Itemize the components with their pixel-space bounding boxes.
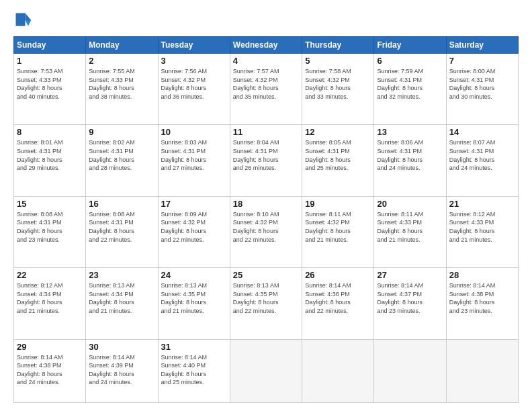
calendar-cell: 18Sunrise: 8:10 AM Sunset: 4:32 PM Dayli… xyxy=(230,196,302,267)
day-info: Sunrise: 8:02 AM Sunset: 4:31 PM Dayligh… xyxy=(89,138,154,172)
calendar-cell: 8Sunrise: 8:01 AM Sunset: 4:31 PM Daylig… xyxy=(14,125,86,196)
day-info: Sunrise: 8:13 AM Sunset: 4:34 PM Dayligh… xyxy=(89,281,154,315)
day-number: 11 xyxy=(233,127,299,137)
svg-marker-0 xyxy=(26,13,32,21)
calendar-cell: 7Sunrise: 8:00 AM Sunset: 4:31 PM Daylig… xyxy=(446,54,518,125)
calendar-cell: 21Sunrise: 8:12 AM Sunset: 4:33 PM Dayli… xyxy=(446,196,518,267)
day-info: Sunrise: 8:12 AM Sunset: 4:34 PM Dayligh… xyxy=(17,281,83,315)
logo xyxy=(13,11,35,30)
calendar-cell: 23Sunrise: 8:13 AM Sunset: 4:34 PM Dayli… xyxy=(86,268,158,339)
day-number: 14 xyxy=(449,127,515,137)
header xyxy=(13,11,519,30)
day-number: 31 xyxy=(161,342,227,352)
calendar-cell: 24Sunrise: 8:13 AM Sunset: 4:35 PM Dayli… xyxy=(158,268,230,339)
day-info: Sunrise: 8:08 AM Sunset: 4:31 PM Dayligh… xyxy=(89,210,154,244)
calendar-cell: 14Sunrise: 8:07 AM Sunset: 4:31 PM Dayli… xyxy=(446,125,518,196)
col-tuesday: Tuesday xyxy=(158,37,230,54)
day-info: Sunrise: 8:03 AM Sunset: 4:31 PM Dayligh… xyxy=(161,138,227,172)
calendar-cell: 12Sunrise: 8:05 AM Sunset: 4:31 PM Dayli… xyxy=(302,125,374,196)
day-number: 19 xyxy=(305,199,371,209)
day-info: Sunrise: 8:06 AM Sunset: 4:31 PM Dayligh… xyxy=(377,138,443,172)
col-saturday: Saturday xyxy=(446,37,518,54)
day-number: 24 xyxy=(161,270,227,280)
day-info: Sunrise: 8:14 AM Sunset: 4:37 PM Dayligh… xyxy=(377,281,443,315)
day-number: 15 xyxy=(17,199,83,209)
calendar-cell: 2Sunrise: 7:55 AM Sunset: 4:33 PM Daylig… xyxy=(86,54,158,125)
calendar-cell xyxy=(446,339,518,402)
calendar-week-row: 15Sunrise: 8:08 AM Sunset: 4:31 PM Dayli… xyxy=(14,196,519,267)
day-info: Sunrise: 8:13 AM Sunset: 4:35 PM Dayligh… xyxy=(233,281,299,315)
calendar-cell: 11Sunrise: 8:04 AM Sunset: 4:31 PM Dayli… xyxy=(230,125,302,196)
day-info: Sunrise: 8:05 AM Sunset: 4:31 PM Dayligh… xyxy=(305,138,371,172)
col-wednesday: Wednesday xyxy=(230,37,302,54)
day-number: 5 xyxy=(305,56,371,66)
day-number: 29 xyxy=(17,342,83,352)
day-info: Sunrise: 8:13 AM Sunset: 4:35 PM Dayligh… xyxy=(161,281,227,315)
day-info: Sunrise: 8:11 AM Sunset: 4:33 PM Dayligh… xyxy=(377,210,443,244)
day-info: Sunrise: 7:56 AM Sunset: 4:32 PM Dayligh… xyxy=(161,67,227,101)
day-number: 8 xyxy=(17,127,83,137)
col-thursday: Thursday xyxy=(302,37,374,54)
day-info: Sunrise: 8:14 AM Sunset: 4:40 PM Dayligh… xyxy=(161,353,227,387)
day-number: 25 xyxy=(233,270,299,280)
day-number: 27 xyxy=(377,270,443,280)
calendar-week-row: 22Sunrise: 8:12 AM Sunset: 4:34 PM Dayli… xyxy=(14,268,519,339)
calendar-header-row: Sunday Monday Tuesday Wednesday Thursday… xyxy=(14,37,519,54)
day-number: 26 xyxy=(305,270,371,280)
day-info: Sunrise: 7:55 AM Sunset: 4:33 PM Dayligh… xyxy=(89,67,154,101)
day-info: Sunrise: 8:14 AM Sunset: 4:39 PM Dayligh… xyxy=(89,353,154,387)
calendar-cell: 31Sunrise: 8:14 AM Sunset: 4:40 PM Dayli… xyxy=(158,339,230,402)
day-number: 13 xyxy=(377,127,443,137)
day-info: Sunrise: 8:09 AM Sunset: 4:32 PM Dayligh… xyxy=(161,210,227,244)
calendar-cell: 13Sunrise: 8:06 AM Sunset: 4:31 PM Dayli… xyxy=(374,125,446,196)
day-number: 30 xyxy=(89,342,154,352)
day-number: 7 xyxy=(449,56,515,66)
calendar-cell: 29Sunrise: 8:14 AM Sunset: 4:38 PM Dayli… xyxy=(14,339,86,402)
day-info: Sunrise: 8:11 AM Sunset: 4:32 PM Dayligh… xyxy=(305,210,371,244)
calendar-cell xyxy=(302,339,374,402)
svg-rect-2 xyxy=(16,13,26,26)
day-info: Sunrise: 8:07 AM Sunset: 4:31 PM Dayligh… xyxy=(449,138,515,172)
day-info: Sunrise: 8:10 AM Sunset: 4:32 PM Dayligh… xyxy=(233,210,299,244)
day-number: 3 xyxy=(161,56,227,66)
calendar-table: Sunday Monday Tuesday Wednesday Thursday… xyxy=(13,36,519,403)
day-info: Sunrise: 8:14 AM Sunset: 4:38 PM Dayligh… xyxy=(449,281,515,315)
day-number: 6 xyxy=(377,56,443,66)
calendar-week-row: 29Sunrise: 8:14 AM Sunset: 4:38 PM Dayli… xyxy=(14,339,519,402)
calendar-cell: 3Sunrise: 7:56 AM Sunset: 4:32 PM Daylig… xyxy=(158,54,230,125)
day-number: 12 xyxy=(305,127,371,137)
day-info: Sunrise: 8:14 AM Sunset: 4:36 PM Dayligh… xyxy=(305,281,371,315)
calendar-cell: 16Sunrise: 8:08 AM Sunset: 4:31 PM Dayli… xyxy=(86,196,158,267)
calendar-cell: 25Sunrise: 8:13 AM Sunset: 4:35 PM Dayli… xyxy=(230,268,302,339)
calendar-cell: 10Sunrise: 8:03 AM Sunset: 4:31 PM Dayli… xyxy=(158,125,230,196)
calendar-cell: 9Sunrise: 8:02 AM Sunset: 4:31 PM Daylig… xyxy=(86,125,158,196)
day-number: 28 xyxy=(449,270,515,280)
col-sunday: Sunday xyxy=(14,37,86,54)
day-info: Sunrise: 8:12 AM Sunset: 4:33 PM Dayligh… xyxy=(449,210,515,244)
col-friday: Friday xyxy=(374,37,446,54)
day-number: 4 xyxy=(233,56,299,66)
calendar-cell: 15Sunrise: 8:08 AM Sunset: 4:31 PM Dayli… xyxy=(14,196,86,267)
day-number: 18 xyxy=(233,199,299,209)
calendar-cell: 20Sunrise: 8:11 AM Sunset: 4:33 PM Dayli… xyxy=(374,196,446,267)
calendar-cell: 17Sunrise: 8:09 AM Sunset: 4:32 PM Dayli… xyxy=(158,196,230,267)
day-number: 9 xyxy=(89,127,154,137)
day-info: Sunrise: 8:08 AM Sunset: 4:31 PM Dayligh… xyxy=(17,210,83,244)
day-number: 21 xyxy=(449,199,515,209)
day-info: Sunrise: 8:00 AM Sunset: 4:31 PM Dayligh… xyxy=(449,67,515,101)
day-info: Sunrise: 7:53 AM Sunset: 4:33 PM Dayligh… xyxy=(17,67,83,101)
day-number: 20 xyxy=(377,199,443,209)
calendar-cell: 19Sunrise: 8:11 AM Sunset: 4:32 PM Dayli… xyxy=(302,196,374,267)
logo-icon xyxy=(13,11,32,30)
calendar-cell: 26Sunrise: 8:14 AM Sunset: 4:36 PM Dayli… xyxy=(302,268,374,339)
day-info: Sunrise: 7:59 AM Sunset: 4:31 PM Dayligh… xyxy=(377,67,443,101)
col-monday: Monday xyxy=(86,37,158,54)
day-info: Sunrise: 7:58 AM Sunset: 4:32 PM Dayligh… xyxy=(305,67,371,101)
page: Sunday Monday Tuesday Wednesday Thursday… xyxy=(0,0,532,411)
calendar-cell xyxy=(230,339,302,402)
calendar-cell xyxy=(374,339,446,402)
day-info: Sunrise: 7:57 AM Sunset: 4:32 PM Dayligh… xyxy=(233,67,299,101)
day-number: 22 xyxy=(17,270,83,280)
day-number: 23 xyxy=(89,270,154,280)
calendar-week-row: 8Sunrise: 8:01 AM Sunset: 4:31 PM Daylig… xyxy=(14,125,519,196)
